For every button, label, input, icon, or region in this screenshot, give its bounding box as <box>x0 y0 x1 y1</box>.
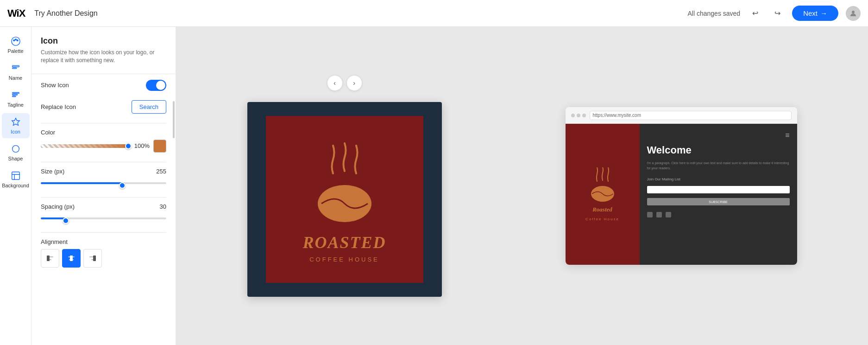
toggle-knob <box>156 81 165 90</box>
align-right-icon <box>88 254 97 262</box>
website-body-text: I'm a paragraph. Click here to edit your… <box>647 161 790 171</box>
sidebar-item-icon[interactable]: Icon <box>2 113 30 138</box>
website-welcome-text: Welcome <box>647 144 790 156</box>
logo-preview-container: ‹ › <box>247 75 442 297</box>
color-swatch[interactable] <box>153 140 166 153</box>
panel-divider-5 <box>41 232 166 233</box>
shape-icon <box>11 144 21 154</box>
svg-point-1 <box>11 37 19 45</box>
redo-button[interactable]: ↪ <box>770 6 785 21</box>
svg-rect-15 <box>47 259 51 260</box>
svg-rect-21 <box>91 259 96 260</box>
size-row-header: Size (px) 255 <box>41 168 166 175</box>
logo-card: Roasted Coffee House <box>247 102 442 297</box>
sidebar-item-tagline-label: Tagline <box>7 102 24 108</box>
svg-point-11 <box>12 146 19 153</box>
align-center-button[interactable] <box>62 249 81 268</box>
panel-scrollbar[interactable] <box>173 101 175 138</box>
alignment-label: Alignment <box>41 238 166 245</box>
size-slider-wrapper[interactable] <box>41 179 166 188</box>
svg-rect-20 <box>89 256 96 257</box>
panel-body: Show Icon Replace Icon Search Color <box>31 80 176 286</box>
sidebar-item-shape-label: Shape <box>8 156 23 161</box>
panel-header: Icon Customize how the icon looks on you… <box>31 27 176 68</box>
color-slider-fill <box>41 144 128 148</box>
next-arrow-button[interactable]: › <box>346 75 362 91</box>
browser-dot-3 <box>582 114 586 117</box>
svg-rect-8 <box>12 94 17 95</box>
size-slider-track <box>41 182 166 184</box>
svg-rect-16 <box>70 256 73 261</box>
align-center-icon <box>67 254 75 262</box>
svg-rect-7 <box>12 93 19 94</box>
website-email-input[interactable] <box>647 186 790 193</box>
icon-icon <box>11 117 21 127</box>
show-icon-toggle[interactable] <box>146 80 166 91</box>
svg-rect-13 <box>47 256 50 261</box>
spacing-section: Spacing (px) 30 <box>41 203 166 223</box>
next-button[interactable]: Next → <box>792 6 838 21</box>
undo-button[interactable]: ↩ <box>748 6 762 21</box>
browser-dot-2 <box>577 114 580 117</box>
color-slider-track <box>41 144 128 148</box>
logo-inner: Roasted Coffee House <box>266 116 423 283</box>
panel-divider-2 <box>41 123 166 123</box>
svg-point-0 <box>852 11 855 13</box>
search-button[interactable]: Search <box>132 100 166 114</box>
next-button-label: Next <box>803 9 818 17</box>
background-icon <box>11 171 21 181</box>
svg-rect-17 <box>68 256 75 257</box>
wix-logo: WiX <box>7 7 25 19</box>
color-row: 100% <box>41 140 166 153</box>
sidebar-item-shape[interactable]: Shape <box>2 140 30 165</box>
palette-icon <box>11 36 21 46</box>
browser-bar: https://www.mysite.com <box>566 107 797 124</box>
twitter-icon <box>656 212 662 217</box>
svg-rect-18 <box>69 259 74 260</box>
coffee-bean-icon <box>308 136 382 229</box>
sidebar-item-name[interactable]: Name <box>2 59 30 84</box>
align-buttons <box>41 249 166 268</box>
browser-content: Roasted Coffee House ≡ Welcome I'm a par… <box>566 124 797 265</box>
browser-url-bar[interactable]: https://www.mysite.com <box>590 111 792 120</box>
save-status: All changes saved <box>688 10 741 17</box>
spacing-slider-wrapper[interactable] <box>41 214 166 223</box>
sidebar-item-tagline[interactable]: Tagline <box>2 86 30 111</box>
prev-arrow-button[interactable]: ‹ <box>327 75 343 91</box>
size-value: 255 <box>152 168 166 175</box>
header-right: All changes saved ↩ ↪ Next → <box>688 6 861 21</box>
align-right-button[interactable] <box>83 249 102 268</box>
svg-rect-14 <box>47 256 53 257</box>
svg-marker-10 <box>12 118 19 126</box>
sidebar-item-palette[interactable]: Palette <box>2 32 30 58</box>
color-percent-value: 100% <box>132 142 150 149</box>
panel-divider-4 <box>41 197 166 198</box>
spacing-slider-thumb[interactable] <box>63 217 69 224</box>
size-section: Size (px) 255 <box>41 168 166 188</box>
spacing-label: Spacing (px) <box>41 203 75 210</box>
sidebar-item-background[interactable]: Background <box>2 167 30 192</box>
nav-arrows: ‹ › <box>327 75 362 91</box>
alignment-section: Alignment <box>41 238 166 268</box>
logo-main-text: Roasted <box>302 233 386 252</box>
sidebar-item-palette-label: Palette <box>7 48 23 54</box>
svg-point-4 <box>17 40 18 41</box>
app-layout: Palette Name Tagline Icon <box>0 0 868 345</box>
sidebar-item-name-label: Name <box>9 75 22 81</box>
color-slider-container[interactable] <box>41 144 128 148</box>
spacing-value: 30 <box>152 203 166 210</box>
panel-description: Customize how the icon looks on your log… <box>41 49 166 64</box>
align-left-button[interactable] <box>41 249 59 268</box>
svg-rect-9 <box>12 96 15 97</box>
color-slider-thumb <box>125 143 132 149</box>
avatar[interactable] <box>846 6 861 21</box>
svg-rect-6 <box>12 68 16 69</box>
show-icon-row: Show Icon <box>41 80 166 91</box>
replace-icon-label: Replace Icon <box>41 103 76 110</box>
size-slider-thumb[interactable] <box>119 182 126 189</box>
website-mailing-label: Join Our Mailing List <box>647 177 790 181</box>
color-section: Color 100% <box>41 129 166 153</box>
website-subscribe-button[interactable]: SUBSCRIBE <box>647 198 790 205</box>
svg-rect-5 <box>12 66 19 67</box>
next-arrow-icon: › <box>353 79 355 87</box>
